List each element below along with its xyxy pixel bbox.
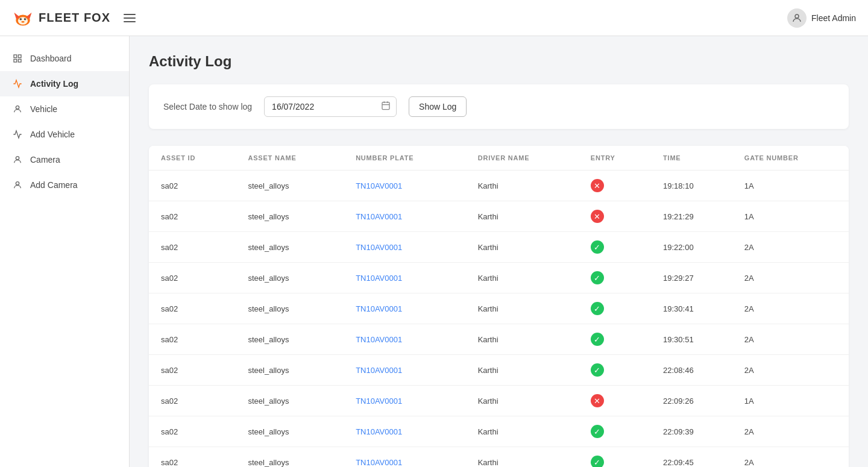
cell-gate-number: 1A	[732, 386, 849, 416]
cell-number-plate: TN10AV0001	[344, 293, 466, 324]
number-plate-link[interactable]: TN10AV0001	[356, 458, 402, 467]
table-header: ASSET ID ASSET NAME NUMBER PLATE DRIVER …	[149, 146, 849, 171]
entry-indicator: ✓	[591, 333, 604, 346]
person-icon-vehicle	[12, 104, 23, 114]
number-plate-link[interactable]: TN10AV0001	[356, 243, 402, 252]
col-time: TIME	[651, 146, 732, 171]
cell-number-plate: TN10AV0001	[344, 171, 466, 201]
number-plate-link[interactable]: TN10AV0001	[356, 181, 402, 190]
cell-number-plate: TN10AV0001	[344, 232, 466, 263]
sidebar-item-dashboard[interactable]: Dashboard	[0, 46, 129, 71]
cell-time: 22:09:26	[651, 386, 732, 416]
svg-point-6	[21, 20, 24, 22]
grid-icon	[12, 53, 23, 64]
cell-number-plate: TN10AV0001	[344, 324, 466, 355]
cell-asset-name: steel_alloys	[236, 171, 344, 201]
cell-asset-id: sa02	[149, 447, 236, 468]
number-plate-link[interactable]: TN10AV0001	[356, 212, 402, 221]
cell-asset-id: sa02	[149, 263, 236, 293]
cell-entry: ✓	[579, 416, 651, 447]
cell-gate-number: 2A	[732, 355, 849, 386]
entry-indicator: ✓	[591, 425, 604, 438]
table-header-row: ASSET ID ASSET NAME NUMBER PLATE DRIVER …	[149, 146, 849, 171]
sidebar-label-add-camera: Add Camera	[30, 180, 78, 190]
sidebar-item-add-vehicle[interactable]: Add Vehicle	[0, 122, 129, 147]
entry-indicator: ✕	[591, 179, 604, 192]
cell-time: 19:30:41	[651, 293, 732, 324]
sidebar-label-camera: Camera	[30, 155, 60, 165]
cell-gate-number: 1A	[732, 201, 849, 232]
cell-asset-name: steel_alloys	[236, 386, 344, 416]
entry-indicator: ✓	[591, 456, 604, 467]
cell-asset-id: sa02	[149, 324, 236, 355]
table-container: ASSET ID ASSET NAME NUMBER PLATE DRIVER …	[149, 146, 849, 467]
show-log-button[interactable]: Show Log	[409, 96, 467, 117]
number-plate-link[interactable]: TN10AV0001	[356, 396, 402, 406]
number-plate-link[interactable]: TN10AV0001	[356, 335, 402, 344]
svg-rect-15	[18, 59, 21, 62]
svg-point-10	[25, 18, 25, 19]
cell-entry: ✓	[579, 447, 651, 468]
activity-icon	[12, 78, 23, 89]
cell-asset-id: sa02	[149, 232, 236, 263]
cell-time: 22:09:45	[651, 447, 732, 468]
cell-gate-number: 2A	[732, 324, 849, 355]
sidebar-item-camera[interactable]: Camera	[0, 147, 129, 172]
cell-time: 19:22:00	[651, 232, 732, 263]
sidebar-item-add-camera[interactable]: Add Camera	[0, 172, 129, 198]
cell-time: 19:29:27	[651, 263, 732, 293]
number-plate-link[interactable]: TN10AV0001	[356, 366, 402, 375]
sidebar-item-activity-log[interactable]: Activity Log	[0, 71, 129, 96]
cell-entry: ✕	[579, 386, 651, 416]
cell-number-plate: TN10AV0001	[344, 201, 466, 232]
svg-point-11	[795, 14, 799, 18]
cell-gate-number: 2A	[732, 447, 849, 468]
col-driver-name: DRIVER NAME	[466, 146, 579, 171]
cell-asset-name: steel_alloys	[236, 324, 344, 355]
cell-entry: ✓	[579, 293, 651, 324]
table-row: sa02 steel_alloys TN10AV0001 Karthi ✓ 22…	[149, 416, 849, 447]
hamburger-line-1	[124, 14, 136, 15]
cell-asset-name: steel_alloys	[236, 201, 344, 232]
cell-driver-name: Karthi	[466, 263, 579, 293]
entry-indicator: ✓	[591, 240, 604, 254]
cell-gate-number: 2A	[732, 232, 849, 263]
cell-asset-id: sa02	[149, 201, 236, 232]
cell-time: 19:21:29	[651, 201, 732, 232]
number-plate-link[interactable]: TN10AV0001	[356, 304, 402, 313]
sidebar-item-vehicle[interactable]: Vehicle	[0, 96, 129, 122]
svg-point-9	[20, 18, 21, 19]
cell-time: 22:08:46	[651, 355, 732, 386]
svg-point-3	[18, 17, 28, 25]
cell-asset-id: sa02	[149, 171, 236, 201]
cell-entry: ✓	[579, 355, 651, 386]
hamburger-button[interactable]	[120, 10, 139, 26]
table-row: sa02 steel_alloys TN10AV0001 Karthi ✕ 22…	[149, 386, 849, 416]
table-row: sa02 steel_alloys TN10AV0001 Karthi ✕ 19…	[149, 201, 849, 232]
date-input-wrapper	[264, 96, 397, 117]
cell-gate-number: 2A	[732, 263, 849, 293]
header-left: FLEET FOX	[12, 7, 139, 29]
date-input[interactable]	[264, 96, 397, 117]
logo-area: FLEET FOX	[12, 7, 110, 29]
fox-logo-icon	[12, 7, 34, 29]
cell-gate-number: 2A	[732, 416, 849, 447]
cell-driver-name: Karthi	[466, 386, 579, 416]
add-vehicle-icon	[12, 129, 23, 140]
table-row: sa02 steel_alloys TN10AV0001 Karthi ✓ 19…	[149, 232, 849, 263]
entry-indicator: ✓	[591, 302, 604, 315]
svg-point-18	[16, 182, 19, 185]
cell-asset-id: sa02	[149, 386, 236, 416]
number-plate-link[interactable]: TN10AV0001	[356, 274, 402, 283]
table-row: sa02 steel_alloys TN10AV0001 Karthi ✓ 22…	[149, 355, 849, 386]
table-row: sa02 steel_alloys TN10AV0001 Karthi ✓ 19…	[149, 263, 849, 293]
cell-driver-name: Karthi	[466, 171, 579, 201]
cell-asset-name: steel_alloys	[236, 416, 344, 447]
camera-person-icon	[12, 154, 23, 165]
svg-point-16	[16, 106, 19, 109]
number-plate-link[interactable]: TN10AV0001	[356, 427, 402, 436]
cell-gate-number: 2A	[732, 293, 849, 324]
col-entry: ENTRY	[579, 146, 651, 171]
entry-indicator: ✓	[591, 271, 604, 284]
cell-asset-name: steel_alloys	[236, 293, 344, 324]
